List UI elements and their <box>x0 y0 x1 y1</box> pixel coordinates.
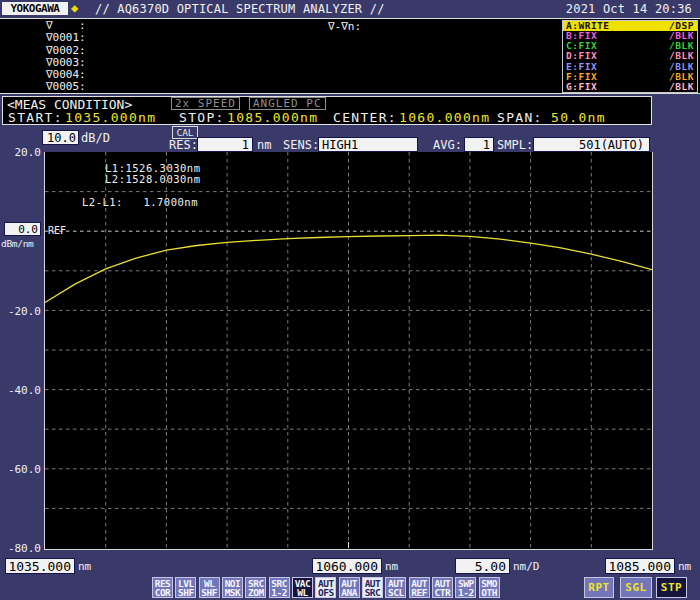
x-scale-field[interactable]: 5.00 <box>455 558 510 574</box>
clock: 2021 Oct 14 20:36 <box>566 2 692 16</box>
softkey-lvl-shf[interactable]: LVLSHF <box>175 577 196 598</box>
avg-field[interactable]: 1 <box>464 137 494 152</box>
sens-label: SENS: <box>283 138 319 152</box>
sens-field[interactable]: HIGH1 <box>318 137 418 152</box>
res-label: RES: <box>169 138 198 152</box>
level-scale-field[interactable]: 10.0 <box>42 130 79 145</box>
avg-label: AVG: <box>433 138 462 152</box>
speed-badge: 2x SPEED <box>171 97 240 110</box>
res-unit: nm <box>257 138 271 152</box>
stop-value[interactable]: 1085.000nm <box>227 110 318 125</box>
trace-name: D:FIX <box>566 51 597 61</box>
start-label: START: <box>8 110 63 125</box>
spectrum-trace-canvas <box>45 152 652 548</box>
divider <box>0 93 700 94</box>
trace-name: G:FIX <box>566 82 597 92</box>
span-label: SPAN: <box>497 110 543 125</box>
trace-mode: /BLK <box>669 82 694 92</box>
y-axis-label--60.0: -60.0 <box>0 463 41 476</box>
sweep-key-sgl[interactable]: SGL <box>620 577 652 598</box>
softkey-aut-ana[interactable]: AUTANA <box>339 577 360 598</box>
span-value[interactable]: 50.0nm <box>551 110 606 125</box>
start-value[interactable]: 1035.000nm <box>65 110 156 125</box>
y-axis-label-20.0: 20.0 <box>0 146 41 159</box>
ref-level-unit: dBm/nm <box>1 238 34 249</box>
marker-list-area: ∇ :∇0001:∇0002:∇0003:∇0004:∇0005: ∇-∇n: … <box>0 19 700 93</box>
softkey-aut-ctr[interactable]: AUTCTR <box>432 577 453 598</box>
x-center-field[interactable]: 1060.000 <box>312 558 382 574</box>
softkey-res-cor[interactable]: RESCOR <box>152 577 173 598</box>
ref-line-label: REF <box>48 225 66 236</box>
center-label: CENTER: <box>333 110 397 125</box>
softkey-src-1-2[interactable]: SRC1-2 <box>269 577 290 598</box>
smpl-label: SMPL: <box>497 138 533 152</box>
softkey-src-zom[interactable]: SRCZOM <box>245 577 266 598</box>
marker-row-5: ∇0005: <box>46 81 86 93</box>
meas-condition-panel: <MEAS CONDITION> 2x SPEED ANGLED PC STAR… <box>2 96 652 125</box>
res-field[interactable]: 1 <box>197 137 253 152</box>
marker-row-1: ∇0001: <box>46 32 86 44</box>
y-axis-label--20.0: -20.0 <box>0 305 41 318</box>
marker-l2-readout: L2:1528.0030nm <box>105 173 201 185</box>
softkey-wl-shf[interactable]: WLSHF <box>199 577 220 598</box>
yokogawa-diamond-icon: ◆ <box>71 1 78 15</box>
softkey-aut-ref[interactable]: AUTREF <box>409 577 430 598</box>
marker-rows: ∇ :∇0001:∇0002:∇0003:∇0004:∇0005: <box>46 20 86 94</box>
sweep-key-rpt[interactable]: RPT <box>584 577 614 598</box>
softkey-aut-ofs[interactable]: AUTOFS <box>315 577 336 598</box>
sweep-key-stp[interactable]: STP <box>656 577 687 598</box>
trace-row-g[interactable]: G:FIX/BLK <box>563 82 697 92</box>
softkey-noi-msk[interactable]: NOIMSK <box>222 577 243 598</box>
osa-screen: YOKOGAWA ◆ // AQ6370D OPTICAL SPECTRUM A… <box>0 0 700 600</box>
center-value[interactable]: 1060.000nm <box>399 110 490 125</box>
ref-level-field[interactable]: 0.0 <box>4 222 41 236</box>
x-scale-unit: nm/D <box>513 560 540 573</box>
spectrum-plot[interactable]: L1:1526.3030nm L2:1528.0030nm L2-L1: 1.7… <box>44 152 653 550</box>
smpl-field[interactable]: 501(AUTO) <box>533 137 650 152</box>
marker-diff-readout: L2-L1: 1.7000nm <box>82 196 198 208</box>
softkey-aut-src[interactable]: AUTSRC <box>362 577 383 598</box>
softkey-aut-scl[interactable]: AUTSCL <box>385 577 406 598</box>
x-stop-unit: nm <box>678 560 691 573</box>
trace-mode: /BLK <box>669 51 694 61</box>
x-stop-field[interactable]: 1085.000 <box>605 558 675 574</box>
y-axis-label--40.0: -40.0 <box>0 384 41 397</box>
x-start-unit: nm <box>78 560 91 573</box>
stop-label: STOP: <box>179 110 225 125</box>
yokogawa-logo: YOKOGAWA <box>2 2 68 15</box>
level-scale-unit: dB/D <box>81 131 110 145</box>
window-title: // AQ6370D OPTICAL SPECTRUM ANALYZER // <box>95 2 385 16</box>
marker-delta-label: ∇-∇n: <box>328 20 361 33</box>
y-axis-label--80.0: -80.0 <box>0 542 41 555</box>
softkey-vac-wl[interactable]: VACWL <box>292 577 313 598</box>
x-start-field[interactable]: 1035.000 <box>5 558 75 574</box>
softkey-swp-1-2[interactable]: SWP1-2 <box>455 577 476 598</box>
angled-pc-badge: ANGLED PC <box>249 97 326 110</box>
softkey-smo-oth[interactable]: SMOOTH <box>479 577 500 598</box>
trace-status-box: A:WRITE/DSPB:FIX/BLKC:FIX/BLKD:FIX/BLKE:… <box>562 20 698 93</box>
x-center-unit: nm <box>385 560 398 573</box>
